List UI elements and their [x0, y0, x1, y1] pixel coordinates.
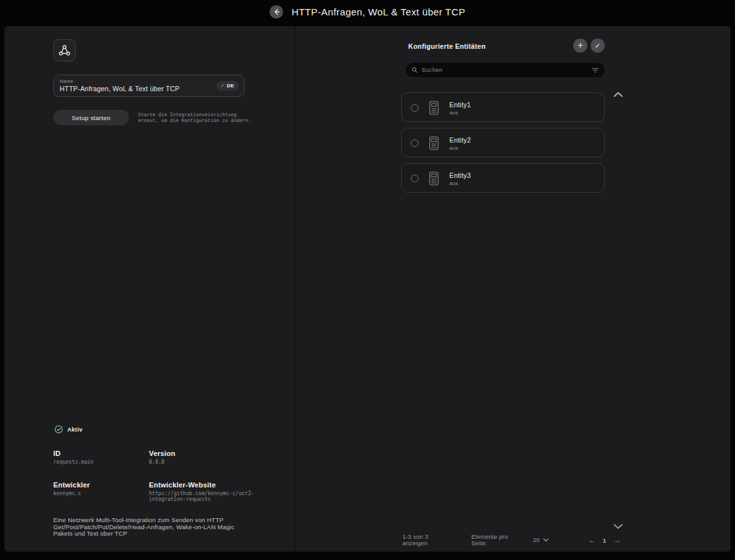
developer-value: kennymc.c: [53, 491, 81, 496]
scroll-down-icon[interactable]: [613, 523, 623, 530]
status-row: Aktiv: [55, 425, 83, 433]
main-panel: [4, 26, 731, 552]
entities-section-title: Konfigurierte Entitäten: [408, 42, 486, 50]
scroll-up-icon[interactable]: [613, 91, 623, 98]
id-label: ID: [53, 450, 60, 457]
next-page-button[interactable]: →: [614, 537, 621, 544]
language-badge-label: DE: [227, 83, 234, 89]
entity-name: Entity3: [449, 171, 471, 179]
pagination-bar: 1-3 von 3 anzeigen Elemente pro Seite: 2…: [402, 535, 621, 545]
entity-search-box[interactable]: [406, 63, 605, 77]
remote-icon: [429, 136, 439, 150]
entity-row[interactable]: Entity2 aus: [401, 128, 605, 157]
check-icon: ✓: [221, 83, 225, 89]
entity-row[interactable]: Entity1 aus: [401, 92, 605, 122]
setup-start-button[interactable]: Setup starten: [53, 110, 129, 125]
integration-icon-box: [53, 39, 76, 62]
entity-radio[interactable]: [411, 104, 419, 112]
current-page-number: 1: [603, 537, 607, 544]
version-value: 0.0.0: [149, 459, 164, 465]
confirm-entities-button[interactable]: ✓: [591, 39, 605, 53]
remote-icon: [429, 171, 439, 186]
page-navigation: ← 1 →: [589, 537, 621, 544]
chevron-down-icon: [543, 538, 549, 542]
language-badge[interactable]: ✓ DE: [216, 81, 239, 91]
integration-description: Eine Netzwerk Multi-Tool-Integration zum…: [53, 517, 247, 538]
pagination-range: 1-3 von 3 anzeigen: [402, 534, 451, 547]
developer-label: Entwickler: [53, 481, 90, 489]
name-field-label: Name: [60, 78, 73, 84]
entity-name: Entity1: [449, 101, 471, 109]
per-page-select[interactable]: 20: [533, 537, 549, 543]
name-field[interactable]: Name ✓ DE: [53, 74, 245, 97]
status-check-icon: [55, 425, 63, 433]
add-entity-button[interactable]: +: [573, 39, 587, 53]
app-window: HTTP-Anfragen, WoL & Text über TCP Name …: [0, 0, 735, 560]
panel-divider: [294, 26, 295, 552]
entity-radio[interactable]: [411, 175, 419, 182]
entity-radio[interactable]: [411, 139, 419, 147]
developer-website-link[interactable]: https://github.com/kennymc-c/ucr2-integr…: [149, 491, 255, 502]
arrow-left-icon: [273, 8, 280, 15]
version-label: Version: [149, 450, 175, 457]
status-label: Aktiv: [67, 426, 83, 433]
search-input[interactable]: [422, 67, 592, 73]
prev-page-button[interactable]: ←: [589, 537, 596, 544]
developer-website-label: Entwickler-Website: [149, 481, 216, 489]
per-page-value: 20: [533, 537, 540, 543]
header-bar: HTTP-Anfragen, WoL & Text über TCP: [0, 0, 735, 23]
entity-state: aus: [449, 180, 458, 186]
name-input[interactable]: [60, 85, 220, 92]
entity-row[interactable]: Entity3 aus: [401, 163, 605, 193]
setup-hint-text: Starte die Integrationseinrichtung erneu…: [138, 112, 252, 123]
per-page-label: Elemente pro Seite:: [471, 534, 521, 547]
back-button[interactable]: [270, 5, 283, 19]
entity-state: aus: [449, 145, 458, 151]
remote-icon: [429, 101, 439, 115]
page-title: HTTP-Anfragen, WoL & Text über TCP: [291, 6, 465, 17]
id-value: requests.main: [53, 459, 94, 465]
webhook-icon: [58, 44, 71, 57]
entity-name: Entity2: [449, 136, 471, 144]
entity-state: aus: [449, 110, 458, 116]
search-icon: [411, 67, 418, 73]
filter-icon[interactable]: [592, 67, 599, 73]
